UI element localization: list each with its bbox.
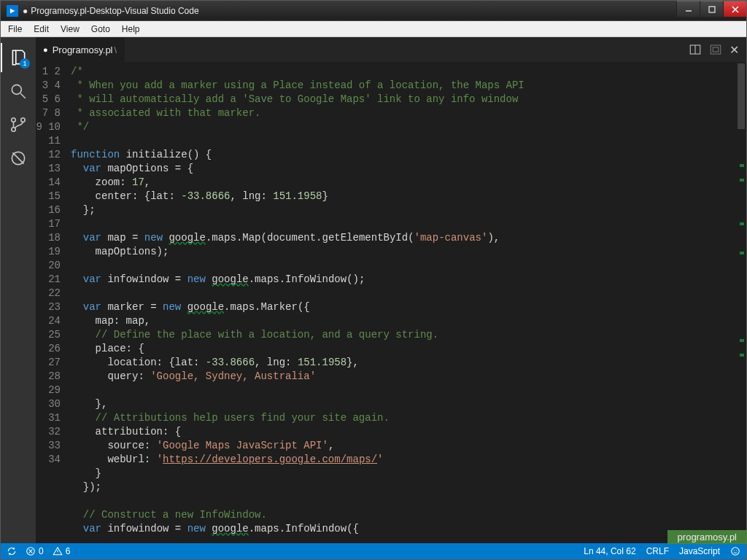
- svg-point-22: [734, 550, 735, 551]
- menu-bar: File Edit View Goto Help: [1, 21, 746, 37]
- smiley-icon: [730, 546, 740, 556]
- menu-view[interactable]: View: [55, 23, 85, 36]
- tab-programosy[interactable]: ● Programosy.pl \: [36, 37, 125, 62]
- line-number-gutter: 1 2 3 4 5 6 7 8 9 10 11 12 13 14 15 16 1…: [36, 62, 65, 543]
- overview-marker-2: [740, 179, 744, 182]
- titlebar-tab-name: Programosy.pl: [31, 6, 86, 16]
- bug-icon: [9, 149, 28, 168]
- overview-marker-1: [740, 164, 744, 167]
- activity-explorer[interactable]: 1: [1, 43, 36, 72]
- code-content[interactable]: /* * When you add a marker using a Place…: [65, 62, 736, 543]
- warning-count: 6: [66, 546, 71, 556]
- vertical-scrollbar[interactable]: [736, 62, 746, 543]
- tab-label: Programosy.pl: [53, 44, 113, 55]
- activity-bar: 1: [1, 37, 36, 543]
- close-editor-icon[interactable]: ✕: [729, 43, 739, 57]
- overview-marker-4: [740, 252, 744, 254]
- svg-point-8: [21, 118, 25, 122]
- editor-tabs: ● Programosy.pl \ ✕: [36, 37, 746, 62]
- activity-search[interactable]: [1, 77, 36, 106]
- status-warnings[interactable]: 6: [53, 546, 71, 556]
- watermark-label: programosy.pl: [667, 530, 747, 544]
- activity-git[interactable]: [1, 110, 36, 139]
- svg-point-4: [12, 85, 21, 94]
- menu-goto[interactable]: Goto: [85, 23, 116, 36]
- minimize-button[interactable]: [676, 1, 700, 17]
- explorer-badge: 1: [20, 58, 30, 69]
- menu-edit[interactable]: Edit: [28, 23, 55, 36]
- overview-marker-6: [740, 354, 744, 357]
- text-editor[interactable]: 1 2 3 4 5 6 7 8 9 10 11 12 13 14 15 16 1…: [36, 62, 746, 543]
- tab-dirty-dot: ●: [43, 45, 48, 54]
- workbench-body: 1 ● Programosy.pl \: [1, 37, 746, 543]
- titlebar-dirty-dot: ●: [23, 6, 28, 16]
- titlebar-folder: Desktop: [90, 6, 122, 16]
- menu-help[interactable]: Help: [116, 23, 146, 36]
- menu-file[interactable]: File: [2, 23, 28, 36]
- overview-marker-5: [740, 339, 744, 342]
- svg-point-21: [732, 548, 740, 556]
- titlebar-app: Visual Studio Code: [125, 6, 199, 16]
- svg-rect-13: [711, 45, 721, 54]
- search-icon: [9, 82, 28, 101]
- error-count: 0: [39, 546, 44, 556]
- git-branch-icon: [9, 115, 28, 134]
- editor-actions: ✕: [681, 37, 746, 62]
- overview-marker-3: [740, 222, 744, 225]
- tab-trail: \: [115, 44, 117, 55]
- status-bar: 0 6 Ln 44, Col 62 CRLF JavaScript: [1, 543, 746, 559]
- warning-icon: [53, 546, 63, 556]
- close-button[interactable]: [723, 1, 746, 17]
- svg-point-23: [736, 550, 737, 551]
- more-actions-icon[interactable]: [709, 43, 722, 56]
- window-controls: [676, 1, 746, 17]
- svg-rect-14: [713, 47, 719, 52]
- status-language[interactable]: JavaScript: [679, 546, 720, 556]
- svg-rect-1: [709, 7, 715, 12]
- vscode-app-icon: [7, 5, 18, 17]
- split-editor-icon[interactable]: [689, 43, 702, 56]
- maximize-button[interactable]: [700, 1, 723, 17]
- svg-point-7: [12, 128, 15, 131]
- status-eol[interactable]: CRLF: [646, 546, 669, 556]
- scroll-thumb[interactable]: [738, 63, 745, 129]
- app-window: ● Programosy.pl - Desktop - Visual Studi…: [0, 0, 747, 560]
- svg-line-10: [12, 152, 23, 163]
- svg-point-6: [12, 118, 15, 122]
- status-sync[interactable]: [7, 546, 17, 556]
- status-errors[interactable]: 0: [26, 546, 44, 556]
- status-feedback[interactable]: [730, 546, 740, 556]
- svg-line-5: [20, 93, 26, 98]
- status-ln-col[interactable]: Ln 44, Col 62: [584, 546, 635, 556]
- activity-debug[interactable]: [1, 144, 36, 173]
- editor-group: ● Programosy.pl \ ✕ 1 2 3 4 5 6 7 8 9 10…: [36, 37, 746, 543]
- sync-icon: [7, 546, 17, 556]
- title-bar[interactable]: ● Programosy.pl - Desktop - Visual Studi…: [1, 1, 746, 21]
- error-icon: [26, 546, 36, 556]
